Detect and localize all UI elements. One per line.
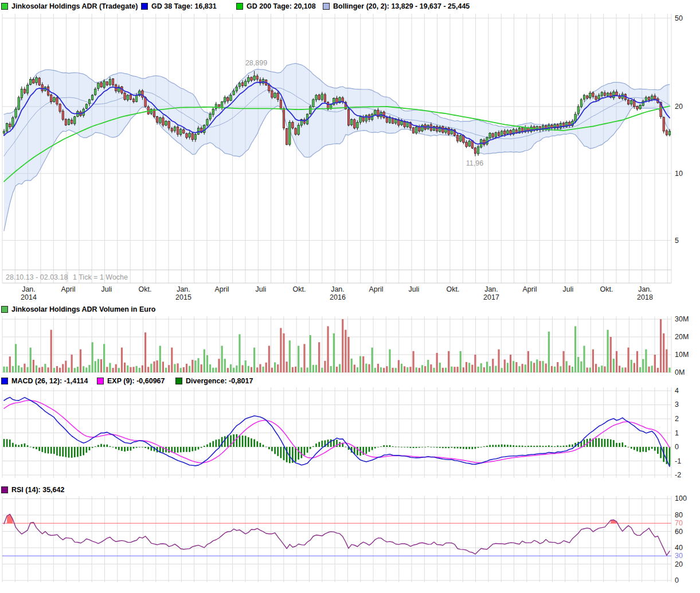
y-tick-label: 10M [675, 351, 689, 359]
x-tick-label: April [61, 285, 75, 293]
y-tick-label: 10 [675, 170, 683, 178]
y-tick-label: 30 [675, 552, 683, 560]
x-tick-label: Juli [563, 285, 574, 293]
y-tick-label: 0M [675, 368, 685, 376]
tick-interval-label: 1 Tick = 1 Woche [73, 273, 128, 281]
divergence-swatch-icon [175, 378, 182, 384]
y-tick-label: 70 [675, 519, 683, 527]
x-tick-label: Okt. [293, 285, 306, 293]
x-tick-label: April [369, 285, 383, 293]
x-tick-label: Juli [256, 285, 267, 293]
legend-item-macd: MACD (26, 12): -1,4114 [1, 377, 88, 385]
y-tick-label: 1 [675, 429, 679, 437]
legend-item-divergence: Divergence: -0,8017 [175, 377, 253, 385]
legend-item-gd38: GD 38 Tage: 16,831 [141, 2, 217, 10]
y-tick-label: 80 [675, 511, 683, 519]
x-tick-label: Juli [409, 285, 420, 293]
legend-label: Jinkosolar Holdings ADR Volumen in Euro [11, 305, 155, 313]
y-tick-label: 0 [675, 576, 679, 584]
legend-label: Bollinger (20, 2): 13,829 - 19,637 - 25,… [333, 2, 470, 10]
y-tick-label: 60 [675, 528, 683, 536]
y-tick-label: 100 [675, 494, 687, 502]
instrument-swatch-icon [1, 3, 8, 10]
legend-label: Divergence: -0,8017 [186, 377, 253, 385]
x-tick-label: Jan.2018 [637, 285, 653, 301]
date-range-label: 28.10.13 - 02.03.18 [6, 273, 68, 281]
y-tick-label: 20M [675, 333, 689, 341]
stock-chart-screen: Jinkosolar Holdings ADR (Tradegate)GD 38… [0, 0, 700, 593]
chart-canvas[interactable] [0, 0, 700, 593]
x-tick-label: Jan.2017 [483, 285, 499, 301]
y-tick-label: 20 [675, 560, 683, 568]
x-tick-label: Okt. [447, 285, 460, 293]
legend-item-exp: EXP (9): -0,60967 [97, 377, 165, 385]
macd-swatch-icon [1, 378, 8, 384]
y-tick-label: 40 [675, 544, 683, 552]
legend-label: GD 38 Tage: 16,831 [151, 2, 217, 10]
x-tick-label: Jan.2014 [21, 285, 37, 301]
y-tick-label: 0 [675, 443, 679, 451]
low-annotation: 11,96 [466, 159, 483, 167]
x-tick-label: Jan.2016 [330, 285, 346, 301]
y-tick-label: 3 [675, 400, 679, 409]
legend-item-bollinger: Bollinger (20, 2): 13,829 - 19,637 - 25,… [323, 2, 470, 10]
x-tick-label: April [522, 285, 537, 293]
x-tick-label: April [214, 285, 229, 293]
high-annotation: 28,899 [245, 59, 267, 67]
gd200-swatch-icon [236, 3, 243, 10]
legend-item-volume: Jinkosolar Holdings ADR Volumen in Euro [1, 305, 155, 313]
legend-item-rsi: RSI (14): 35,642 [1, 486, 64, 494]
legend-label: Jinkosolar Holdings ADR (Tradegate) [11, 2, 138, 10]
legend-item-instrument: Jinkosolar Holdings ADR (Tradegate) [1, 2, 138, 10]
y-tick-label: 5 [675, 237, 679, 245]
legend-item-gd200: GD 200 Tage: 20,108 [236, 2, 316, 10]
y-tick-label: 4 [675, 387, 679, 395]
x-tick-label: Okt. [600, 285, 613, 293]
bollinger-swatch-icon [323, 3, 330, 10]
y-tick-label: 50 [675, 14, 683, 22]
legend-label: RSI (14): 35,642 [11, 486, 64, 494]
rsi-swatch-icon [1, 486, 8, 493]
x-tick-label: Okt. [139, 285, 152, 293]
y-tick-label: 30M [675, 315, 689, 323]
y-tick-label: 20 [675, 103, 683, 111]
y-tick-label: 2 [675, 415, 679, 423]
legend-label: EXP (9): -0,60967 [107, 377, 165, 385]
legend-label: MACD (26, 12): -1,4114 [11, 377, 88, 385]
x-tick-label: Jan.2015 [175, 285, 191, 301]
y-tick-label: -2 [675, 471, 681, 479]
legend-label: GD 200 Tage: 20,108 [247, 2, 316, 10]
exp-swatch-icon [97, 378, 104, 384]
x-tick-label: Juli [101, 285, 112, 293]
y-tick-label: -1 [675, 457, 681, 465]
gd38-swatch-icon [141, 3, 148, 10]
volume-swatch-icon [1, 306, 8, 313]
